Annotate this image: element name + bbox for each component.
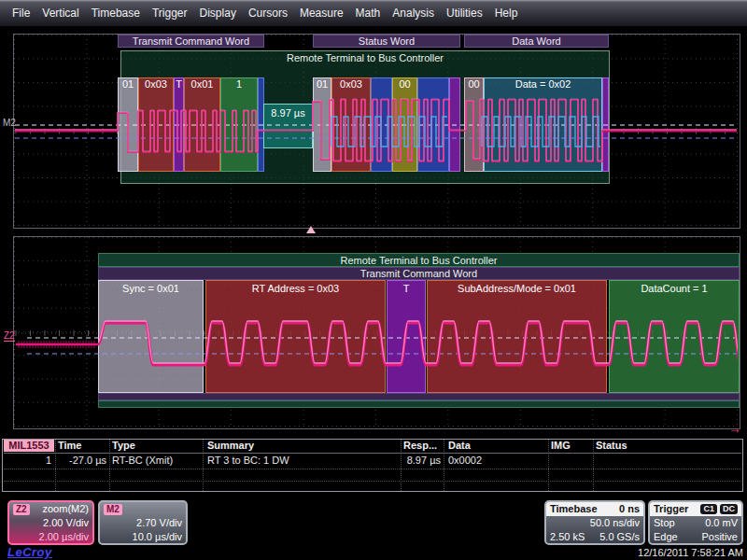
- response-time-box: 8.97 µs: [263, 104, 313, 148]
- column-header-resp: Resp...: [403, 440, 437, 452]
- decode-field-cmd-count: 1: [220, 77, 258, 172]
- decode-field-data-pad: [602, 77, 609, 172]
- decode-field-rtaddr: RT Address = 0x03: [205, 280, 386, 393]
- column-header-img: IMG: [551, 440, 571, 452]
- trigger-box[interactable]: Trigger C1 DC Stop 0.0 mV Edge Positive: [648, 500, 743, 545]
- column-divider: [444, 440, 444, 491]
- decode-field-cmd-sync: 01: [118, 77, 138, 172]
- column-header-summary: Summary: [207, 440, 254, 452]
- trigger-coupling-badge: DC: [720, 504, 738, 514]
- z2-vertical-scale: 2.00 V/div: [13, 516, 89, 530]
- decode-field-cmd-subaddr: 0x01: [184, 77, 220, 172]
- datetime-label: 12/16/2011 7:58:21 AM: [638, 547, 743, 558]
- decode-field-status-pad3: [449, 77, 460, 172]
- column-divider: [548, 440, 549, 491]
- z2-badge: Z2: [13, 504, 30, 515]
- trigger-level: 0.0 mV: [705, 516, 738, 530]
- column-header-type: Type: [112, 440, 135, 452]
- decode-field-status-flags: 00: [392, 77, 417, 172]
- trigger-title: Trigger: [654, 502, 688, 516]
- decode-field-cmd-rtaddr: 0x03: [138, 77, 174, 172]
- row-divider: [4, 469, 741, 469]
- column-header-status: Status: [596, 440, 627, 452]
- m2-vertical-scale: 2.70 V/div: [104, 516, 182, 530]
- trigger-position-marker[interactable]: [306, 226, 316, 233]
- timebase-title: Timebase: [550, 502, 598, 516]
- decode-field-sync: Sync = 0x01: [98, 280, 204, 393]
- decode-band-frame-bottom: [98, 400, 740, 408]
- lecroy-logo: LeCroy: [7, 545, 52, 559]
- trigger-type: Edge: [654, 530, 678, 544]
- menu-item-cursors[interactable]: Cursors: [248, 7, 288, 20]
- column-header-time: Time: [58, 440, 81, 452]
- decode-frame-title: Remote Terminal to Bus Controller: [121, 51, 609, 64]
- decode-field-data-sync: 00: [464, 77, 484, 172]
- menu-item-vertical[interactable]: Vertical: [42, 7, 78, 20]
- decode-field-status-pad1: [371, 77, 392, 172]
- menu-item-help[interactable]: Help: [495, 7, 518, 20]
- m2-descriptor-box[interactable]: M2 2.70 V/div 10.0 µs/div: [98, 500, 188, 545]
- decode-frame-title: Remote Terminal to Bus Controller: [99, 254, 739, 267]
- trigger-slope: Positive: [701, 530, 738, 544]
- menu-item-math[interactable]: Math: [356, 7, 381, 20]
- decode-field-status-sync: 01: [313, 77, 331, 172]
- decode-band-frame: Remote Terminal to Bus Controller: [98, 253, 740, 267]
- protocol-badge[interactable]: MIL1553: [4, 440, 54, 452]
- decode-word-title: Transmit Command Word: [99, 268, 739, 280]
- oscilloscope-screen: File Vertical Timebase Trigger Display C…: [0, 0, 747, 560]
- word-header-status: Status Word: [313, 35, 460, 48]
- cell-resp: 8.97 µs: [388, 455, 441, 467]
- menu-item-timebase[interactable]: Timebase: [92, 7, 140, 20]
- bottom-waveform-panel[interactable]: Remote Terminal to Bus Controller Transm…: [13, 236, 740, 429]
- scroll-right-arrow-icon[interactable]: →: [728, 421, 741, 436]
- trigger-source-badge: C1: [700, 504, 717, 514]
- word-header-command: Transmit Command Word: [118, 35, 264, 48]
- menu-item-analysis[interactable]: Analysis: [392, 7, 434, 20]
- m2-badge: M2: [104, 504, 122, 515]
- row-divider: [4, 481, 741, 482]
- header-divider: [4, 453, 741, 454]
- channel-label-z2: Z2: [4, 330, 15, 342]
- menu-item-display[interactable]: Display: [200, 7, 236, 20]
- menu-item-measure[interactable]: Measure: [300, 7, 344, 20]
- column-divider: [593, 440, 594, 491]
- channel-label-m2: M2: [3, 118, 16, 128]
- z2-source-label: zoom(M2): [42, 502, 89, 516]
- z2-descriptor-box[interactable]: Z2 zoom(M2) 2.00 V/div 2.00 µs/div: [7, 500, 94, 545]
- top-waveform-panel[interactable]: Remote Terminal to Bus Controller Transm…: [13, 34, 740, 229]
- decode-field-count: DataCount = 1: [609, 280, 740, 393]
- cell-type: RT-BC (Xmit): [112, 455, 173, 467]
- menu-item-file[interactable]: File: [12, 7, 30, 20]
- decode-table[interactable]: MIL1553 Time Type Summary Resp... Data I…: [2, 439, 743, 492]
- decode-field-data-value: Data = 0x02: [484, 77, 602, 172]
- decode-field-status-addr: 0x03: [331, 77, 371, 172]
- trigger-mode: Stop: [654, 516, 675, 530]
- column-header-data: Data: [448, 440, 471, 452]
- decode-band-word-bottom: [98, 393, 740, 400]
- decode-field-tr: T: [387, 280, 426, 393]
- menu-item-trigger[interactable]: Trigger: [152, 7, 188, 20]
- cell-time: -27.0 µs: [53, 455, 106, 467]
- column-divider: [203, 440, 204, 491]
- timebase-scale: 50.0 ns/div: [550, 516, 640, 530]
- cell-index: 1: [16, 455, 51, 467]
- menu-bar: File Vertical Timebase Trigger Display C…: [0, 0, 747, 26]
- cell-data: 0x0002: [448, 455, 482, 467]
- column-divider: [109, 440, 110, 491]
- cell-summary: RT 3 to BC: 1 DW: [207, 455, 289, 467]
- timebase-offset: 0 ns: [619, 502, 640, 516]
- timebase-box[interactable]: Timebase 0 ns 50.0 ns/div 2.50 kS 5.0 GS…: [544, 500, 645, 545]
- timebase-rate: 5.0 GS/s: [599, 530, 640, 544]
- m2-horizontal-scale: 10.0 µs/div: [104, 530, 182, 544]
- menu-item-utilities[interactable]: Utilities: [446, 7, 483, 20]
- timebase-samples: 2.50 kS: [550, 530, 585, 544]
- decode-field-subaddr: SubAddress/Mode = 0x01: [427, 280, 607, 393]
- decode-field-status-pad2: [417, 77, 449, 172]
- z2-horizontal-scale: 2.00 µs/div: [13, 530, 89, 544]
- decode-band-word: Transmit Command Word: [98, 267, 740, 280]
- word-header-data: Data Word: [464, 35, 609, 48]
- decode-field-cmd-tr: T: [174, 77, 184, 172]
